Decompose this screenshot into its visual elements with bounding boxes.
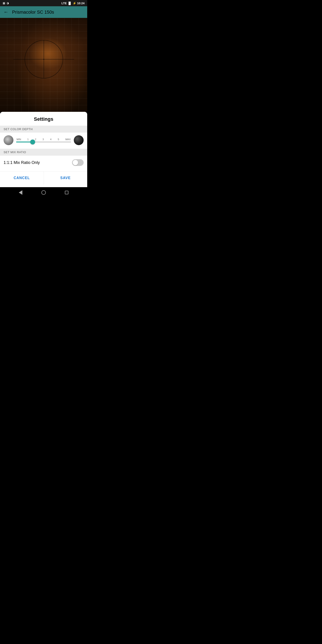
page-title: Prismacolor SC 150s [12, 10, 54, 15]
battery-icon: ⚡ [73, 2, 76, 5]
toggle-slider [72, 159, 84, 166]
mix-ratio-toggle[interactable] [72, 159, 84, 166]
mix-ratio-section: 1:1:1 Mix Ratio Only [0, 156, 87, 170]
home-circle-icon [41, 190, 46, 195]
time-label: 10:24 [77, 2, 84, 5]
system-back-button[interactable] [18, 190, 23, 195]
slider-wrapper: MIN 1 2 3 4 5 MAX [4, 135, 84, 145]
photo-background [0, 18, 87, 112]
lte-label: LTE [62, 2, 67, 5]
status-left-icons: ▦ ◑ [3, 2, 9, 5]
back-triangle-icon [19, 190, 22, 195]
sim-icon: ▦ [3, 2, 5, 5]
bottom-nav [0, 187, 87, 198]
mix-ratio-header: SET MIX RATIO [0, 149, 87, 156]
recent-square-icon [65, 191, 68, 194]
back-button[interactable]: ← [4, 9, 8, 15]
min-color-icon [4, 135, 14, 145]
image-canvas[interactable] [0, 18, 87, 112]
color-depth-header: SET COLOR DEPTH [0, 126, 87, 132]
status-bar: ▦ ◑ LTE ▐▌ ⚡ 10:24 [0, 0, 87, 6]
mix-ratio-label: 1:1:1 Mix Ratio Only [4, 160, 40, 165]
cancel-button[interactable]: CANCEL [0, 172, 44, 184]
save-button[interactable]: SAVE [44, 172, 88, 184]
settings-panel: Settings SET COLOR DEPTH MIN 1 2 3 4 5 M… [0, 112, 87, 187]
photo-overlay [0, 18, 87, 112]
action-buttons: CANCEL SAVE [0, 171, 87, 184]
system-home-button[interactable] [41, 190, 46, 195]
signal-bars-icon: ▐▌ [68, 2, 72, 5]
status-right-icons: LTE ▐▌ ⚡ 10:24 [62, 2, 84, 5]
nav-bar: ← Prismacolor SC 150s [0, 6, 87, 18]
max-color-icon [74, 135, 84, 145]
settings-title: Settings [0, 112, 87, 126]
system-recent-button[interactable] [64, 190, 69, 195]
color-depth-section: MIN 1 2 3 4 5 MAX [0, 132, 87, 149]
slider-container: MIN 1 2 3 4 5 MAX [16, 138, 71, 142]
signal-icon: ◑ [6, 2, 9, 5]
color-depth-slider[interactable] [16, 142, 71, 142]
